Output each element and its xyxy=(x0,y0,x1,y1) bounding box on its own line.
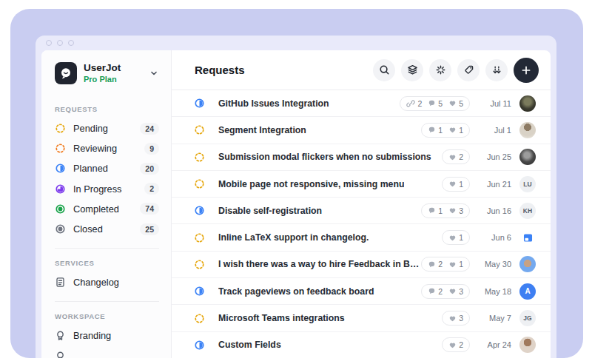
window-traffic-lights xyxy=(46,40,74,46)
avatar-initials: JG xyxy=(519,310,536,326)
sidebar-item-label: In Progress xyxy=(73,183,121,195)
pending-status-icon xyxy=(194,232,205,243)
boards-filter-button[interactable] xyxy=(401,59,423,81)
section-label-workspace: WORKSPACE xyxy=(55,312,159,320)
window-close-icon[interactable] xyxy=(46,40,52,46)
request-date: May 7 xyxy=(479,314,511,323)
app-content: UserJot Pro Plan REQUESTS Pending 24 Rev… xyxy=(41,50,551,358)
sidebar-item-label: Closed xyxy=(73,223,103,235)
request-date: Jun 16 xyxy=(479,206,511,215)
engagement-pill: 3 xyxy=(442,311,470,326)
tag-filter-button[interactable] xyxy=(457,59,480,81)
request-row[interactable]: Custom Fields 2 Apr 24 xyxy=(172,332,551,358)
comment-icon xyxy=(428,287,436,295)
engagement-pill: 1 xyxy=(442,230,470,245)
clipped-item-icon xyxy=(55,351,66,358)
sidebar-item-clipped[interactable] xyxy=(55,346,159,359)
search-button[interactable] xyxy=(373,59,395,81)
likes-badge: 2 xyxy=(448,340,463,349)
request-date: May 30 xyxy=(479,260,511,269)
likes-badge: 5 xyxy=(448,99,463,108)
image-avatar-icon xyxy=(522,232,534,244)
sidebar-item-completed[interactable]: Completed 74 xyxy=(55,199,159,219)
likes-badge: 3 xyxy=(448,206,463,215)
count-badge: 25 xyxy=(140,223,159,235)
heart-icon xyxy=(448,260,457,269)
changelog-icon xyxy=(55,277,66,288)
tag-icon xyxy=(463,64,474,75)
request-row[interactable]: Track pageviews on feedback board 2 3 Ma… xyxy=(172,278,551,305)
request-date: Jun 25 xyxy=(479,152,511,161)
engagement-pill: 2 5 5 xyxy=(400,96,470,111)
comment-icon xyxy=(428,206,436,215)
sidebar-item-changelog[interactable]: Changelog xyxy=(55,272,159,292)
plus-icon xyxy=(520,64,532,76)
likes-badge: 1 xyxy=(448,126,463,135)
request-title: Submission modal flickers when no submis… xyxy=(218,152,431,162)
avatar xyxy=(519,122,536,138)
request-row[interactable]: Segment Integration 1 1 Jul 1 xyxy=(172,117,551,144)
request-title: Inline LaTeX support in changelog. xyxy=(218,232,369,243)
request-title: GitHub Issues Integration xyxy=(218,98,329,109)
sidebar-item-label: Planned xyxy=(73,163,108,174)
window-maximize-icon[interactable] xyxy=(68,40,74,46)
sidebar: UserJot Pro Plan REQUESTS Pending 24 Rev… xyxy=(41,50,172,358)
comments-badge: 1 xyxy=(428,126,443,135)
sidebar-item-in-progress[interactable]: In Progress 2 xyxy=(55,179,159,199)
add-request-button[interactable] xyxy=(514,58,539,83)
link-icon xyxy=(406,99,415,108)
request-title: Track pageviews on feedback board xyxy=(218,286,374,297)
request-title: I wish there was a way to hire Feedback … xyxy=(218,259,421,269)
sidebar-item-label: Branding xyxy=(73,330,111,341)
in-progress-status-icon xyxy=(55,183,66,195)
sort-icon xyxy=(491,64,502,75)
sort-button[interactable] xyxy=(485,59,508,81)
sidebar-item-label: Pending xyxy=(73,123,108,134)
request-title: Custom Fields xyxy=(218,340,281,350)
sidebar-item-pending[interactable]: Pending 24 xyxy=(55,118,159,138)
sidebar-item-reviewing[interactable]: Reviewing 9 xyxy=(55,138,159,158)
sidebar-item-planned[interactable]: Planned 20 xyxy=(55,158,159,178)
request-row[interactable]: Disable self-registration 1 3 Jun 16 KH xyxy=(172,198,551,224)
heart-icon xyxy=(448,99,457,107)
request-title: Disable self-registration xyxy=(218,206,322,216)
likes-badge: 3 xyxy=(448,314,463,323)
request-date: Jun 6 xyxy=(479,233,511,242)
comment-icon xyxy=(428,99,436,107)
likes-badge: 1 xyxy=(448,233,463,242)
sidebar-item-branding[interactable]: Branding xyxy=(55,326,159,346)
sidebar-item-label: Reviewing xyxy=(73,143,117,154)
avatar-image-icon xyxy=(519,229,536,246)
likes-badge: 2 xyxy=(448,152,463,161)
sidebar-item-closed[interactable]: Closed 25 xyxy=(55,219,159,239)
pending-status-icon xyxy=(194,259,205,270)
request-row[interactable]: Mobile page not responsive, missing menu… xyxy=(172,171,551,198)
workspace-switcher[interactable]: UserJot Pro Plan xyxy=(55,62,159,84)
window-minimize-icon[interactable] xyxy=(57,40,63,46)
comments-badge: 5 xyxy=(428,99,443,108)
section-label-services: SERVICES xyxy=(55,259,159,267)
likes-badge: 1 xyxy=(448,180,463,189)
sidebar-divider xyxy=(55,248,159,249)
heart-icon xyxy=(448,126,457,134)
request-title: Microsoft Teams integrations xyxy=(218,313,345,323)
comments-badge: 2 xyxy=(428,287,443,296)
main-panel: Requests GitHub Issues Integration 2 xyxy=(172,50,551,358)
planned-status-icon xyxy=(194,98,205,109)
comment-icon xyxy=(428,126,436,134)
likes-badge: 3 xyxy=(448,287,463,296)
engagement-pill: 1 xyxy=(442,177,470,192)
request-row[interactable]: Submission modal flickers when no submis… xyxy=(172,144,551,171)
closed-status-icon xyxy=(55,223,66,235)
request-row[interactable]: I wish there was a way to hire Feedback … xyxy=(172,252,551,278)
app-window: UserJot Pro Plan REQUESTS Pending 24 Rev… xyxy=(36,36,556,358)
request-row[interactable]: Microsoft Teams integrations 3 May 7 JG xyxy=(172,305,551,331)
sidebar-divider xyxy=(55,301,159,302)
comment-icon xyxy=(428,260,436,269)
status-filter-button[interactable] xyxy=(429,59,451,81)
workspace-name: UserJot xyxy=(84,62,121,74)
request-row[interactable]: GitHub Issues Integration 2 5 5 Jul 11 xyxy=(172,90,551,117)
planned-status-icon xyxy=(55,163,66,174)
avatar xyxy=(519,337,536,353)
request-row[interactable]: Inline LaTeX support in changelog. 1 Jun… xyxy=(172,224,551,251)
